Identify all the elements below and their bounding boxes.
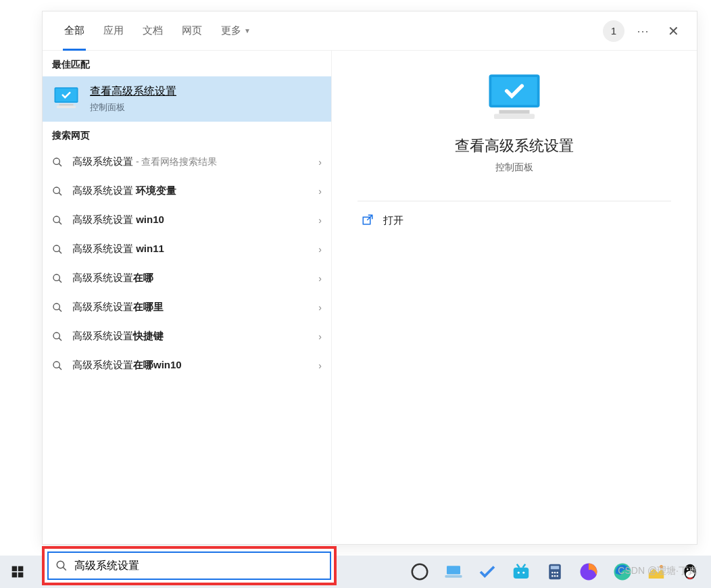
chevron-right-icon: › bbox=[318, 360, 322, 371]
svg-point-6 bbox=[53, 187, 59, 193]
tabs-bar: 全部 应用 文档 网页 更多▼ 1 ⋯ ✕ bbox=[43, 11, 697, 51]
qq-icon[interactable] bbox=[680, 562, 700, 582]
web-result-text: 高级系统设置在哪 bbox=[72, 272, 309, 285]
preview-subtitle: 控制面板 bbox=[495, 162, 533, 174]
svg-rect-3 bbox=[57, 105, 76, 108]
monitor-check-icon bbox=[484, 71, 545, 126]
close-icon[interactable]: ✕ bbox=[662, 20, 685, 42]
preview-title: 查看高级系统设置 bbox=[455, 136, 574, 156]
svg-point-4 bbox=[53, 158, 59, 164]
search-input[interactable] bbox=[74, 560, 323, 572]
search-icon bbox=[52, 273, 63, 284]
web-search-header: 搜索网页 bbox=[43, 122, 331, 147]
notification-badge[interactable]: 1 bbox=[603, 20, 624, 42]
svg-rect-22 bbox=[499, 110, 530, 114]
chevron-right-icon: › bbox=[318, 157, 322, 168]
svg-rect-32 bbox=[514, 568, 529, 579]
web-result-text: 高级系统设置在哪win10 bbox=[72, 359, 309, 372]
svg-rect-2 bbox=[59, 103, 74, 105]
svg-rect-27 bbox=[12, 572, 18, 578]
svg-point-45 bbox=[660, 565, 663, 568]
taskbar-search-box[interactable] bbox=[47, 552, 331, 580]
web-result-item[interactable]: 高级系统设置 - 查看网络搜索结果› bbox=[43, 147, 331, 176]
chevron-right-icon: › bbox=[318, 302, 322, 313]
search-icon bbox=[55, 560, 68, 572]
laptop-icon[interactable] bbox=[443, 562, 464, 582]
chevron-down-icon: ▼ bbox=[244, 27, 251, 34]
start-button[interactable] bbox=[0, 556, 35, 588]
search-icon bbox=[52, 360, 63, 371]
search-results-panel: 全部 应用 文档 网页 更多▼ 1 ⋯ ✕ 最佳匹配 查看高级系统设置 控制面板… bbox=[42, 11, 697, 545]
web-result-text: 高级系统设置在哪里 bbox=[72, 301, 309, 314]
taskbar-tray bbox=[403, 556, 707, 588]
chevron-right-icon: › bbox=[318, 331, 322, 342]
svg-rect-25 bbox=[12, 566, 18, 572]
web-results-list: 高级系统设置 - 查看网络搜索结果›高级系统设置 环境变量›高级系统设置 win… bbox=[43, 147, 331, 380]
tab-all[interactable]: 全部 bbox=[55, 11, 94, 51]
svg-line-17 bbox=[59, 338, 62, 341]
open-label: 打开 bbox=[383, 214, 403, 227]
edge-icon[interactable] bbox=[612, 562, 633, 582]
best-match-title: 查看高级系统设置 bbox=[90, 84, 176, 99]
bilibili-icon[interactable] bbox=[511, 562, 531, 582]
web-result-item[interactable]: 高级系统设置在哪win10› bbox=[43, 351, 331, 380]
svg-point-14 bbox=[53, 303, 59, 310]
svg-point-39 bbox=[557, 572, 559, 574]
svg-point-16 bbox=[53, 333, 59, 339]
svg-point-34 bbox=[522, 572, 524, 574]
tab-web[interactable]: 网页 bbox=[172, 11, 212, 51]
svg-point-48 bbox=[687, 568, 689, 570]
svg-line-7 bbox=[59, 193, 62, 195]
monitor-check-icon bbox=[52, 86, 80, 113]
search-icon bbox=[52, 157, 63, 168]
web-result-item[interactable]: 高级系统设置 win11› bbox=[43, 235, 331, 264]
open-external-icon bbox=[362, 214, 374, 228]
svg-point-42 bbox=[557, 575, 559, 577]
chevron-right-icon: › bbox=[318, 273, 322, 284]
more-options-icon[interactable]: ⋯ bbox=[637, 24, 650, 39]
svg-point-37 bbox=[551, 572, 554, 574]
search-icon bbox=[52, 331, 63, 342]
best-match-item[interactable]: 查看高级系统设置 控制面板 bbox=[43, 76, 331, 122]
chevron-right-icon: › bbox=[318, 186, 322, 197]
web-result-item[interactable]: 高级系统设置快捷键› bbox=[43, 322, 331, 351]
svg-rect-23 bbox=[494, 114, 535, 119]
svg-line-15 bbox=[59, 309, 62, 312]
web-result-text: 高级系统设置 - 查看网络搜索结果 bbox=[72, 155, 309, 168]
search-box-highlight bbox=[42, 546, 337, 585]
svg-point-18 bbox=[53, 362, 59, 368]
web-result-item[interactable]: 高级系统设置 环境变量› bbox=[43, 176, 331, 205]
svg-point-41 bbox=[554, 575, 556, 577]
svg-rect-28 bbox=[18, 572, 24, 578]
cortana-icon[interactable] bbox=[410, 562, 430, 582]
svg-rect-30 bbox=[447, 566, 460, 574]
tab-apps[interactable]: 应用 bbox=[94, 11, 133, 51]
best-match-subtitle: 控制面板 bbox=[90, 101, 176, 114]
svg-point-40 bbox=[551, 575, 554, 577]
web-result-text: 高级系统设置 环境变量 bbox=[72, 185, 309, 197]
svg-line-11 bbox=[59, 251, 62, 253]
svg-point-33 bbox=[518, 572, 520, 574]
check-icon[interactable] bbox=[477, 562, 497, 582]
tab-docs[interactable]: 文档 bbox=[133, 11, 172, 51]
calculator-icon[interactable] bbox=[545, 562, 565, 582]
svg-rect-31 bbox=[445, 575, 462, 578]
svg-point-10 bbox=[53, 245, 59, 251]
search-icon bbox=[52, 244, 63, 255]
tab-more[interactable]: 更多▼ bbox=[212, 11, 260, 51]
open-action[interactable]: 打开 bbox=[358, 201, 671, 240]
web-result-text: 高级系统设置快捷键 bbox=[72, 330, 309, 343]
snipaste-icon[interactable] bbox=[646, 562, 666, 582]
svg-line-5 bbox=[59, 164, 62, 166]
svg-line-13 bbox=[59, 280, 62, 283]
firefox-icon[interactable] bbox=[579, 562, 599, 582]
svg-point-50 bbox=[57, 561, 64, 568]
web-result-item[interactable]: 高级系统设置 win10› bbox=[43, 205, 331, 235]
web-result-text: 高级系统设置 win10 bbox=[72, 214, 309, 226]
svg-point-29 bbox=[412, 564, 428, 580]
chevron-right-icon: › bbox=[318, 244, 322, 255]
web-result-item[interactable]: 高级系统设置在哪› bbox=[43, 264, 331, 293]
search-icon bbox=[52, 302, 63, 313]
preview-pane: 查看高级系统设置 控制面板 打开 bbox=[332, 51, 697, 544]
web-result-item[interactable]: 高级系统设置在哪里› bbox=[43, 293, 331, 322]
